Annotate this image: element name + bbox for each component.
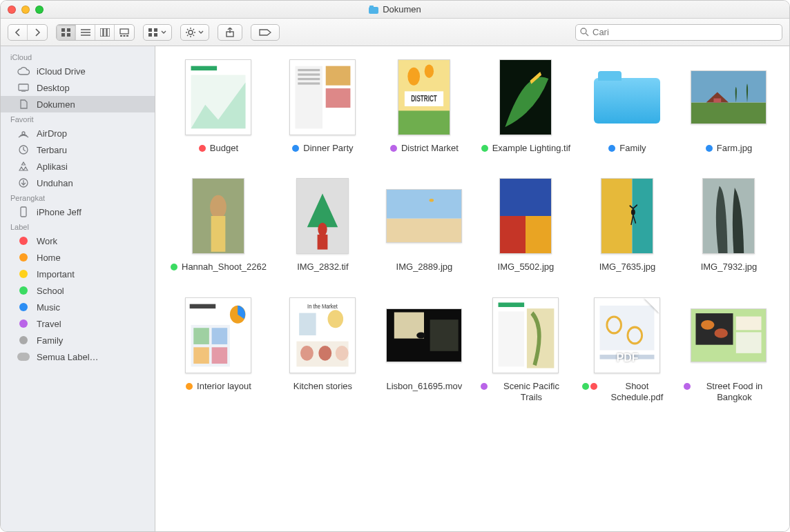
file-tags [481,143,488,152]
file-item[interactable]: Lisbon_61695.mov [379,297,470,404]
share-button[interactable] [218,24,242,41]
forward-button[interactable] [28,25,47,40]
tag-dot-icon [481,145,488,152]
folder-icon [369,6,378,14]
gallery-view-button[interactable] [115,25,134,40]
share-icon [226,28,234,37]
file-name: District Market [401,143,459,154]
tag-icon [259,28,271,37]
svg-line-21 [586,33,588,36]
svg-rect-14 [148,28,152,32]
tag-dot-icon [292,145,299,152]
file-item[interactable]: IMG_5502.jpg [481,177,571,273]
search-field[interactable] [575,24,782,41]
sidebar-tag-important[interactable]: Important [1,266,155,282]
svg-rect-76 [300,313,316,335]
sidebar-tag-music[interactable]: Music [1,299,155,315]
file-item[interactable]: Family [582,59,673,154]
sidebar-item-terbaru[interactable]: Terbaru [1,141,155,158]
svg-rect-0 [61,28,65,32]
file-thumbnail [691,70,767,124]
file-name: Street Food in Bangkok [695,381,774,404]
sidebar-tag-travel[interactable]: Travel [1,315,155,332]
file-thumbnail [499,59,552,135]
file-tags [186,381,193,390]
svg-point-57 [430,199,434,202]
tag-dot-icon [19,237,28,245]
svg-rect-59 [500,216,526,253]
search-input[interactable] [592,27,778,37]
svg-rect-7 [100,28,103,37]
sidebar-item-label: Terbaru [37,145,67,155]
file-item[interactable]: Farm.jpg [684,59,774,154]
svg-rect-61 [601,179,632,253]
file-item[interactable]: DISTRICTDistrict Market [379,59,470,154]
section-head-perangkat: Perangkat [1,191,155,204]
column-view-button[interactable] [95,25,115,40]
file-name: Shoot Schedule.pdf [601,381,673,404]
svg-rect-62 [633,179,653,253]
svg-rect-29 [191,66,218,70]
window-title: Dokumen [383,4,421,14]
svg-rect-99 [736,332,762,353]
icon-view-button[interactable] [57,25,76,40]
file-item[interactable]: Scenic Pacific Trails [481,297,571,404]
svg-rect-95 [696,313,733,345]
sidebar-item-unduhan[interactable]: Unduhan [1,175,155,191]
file-thumbnail: In the Market [289,297,356,373]
group-by-segment[interactable] [143,24,172,41]
file-item[interactable]: Interior layout [171,297,267,404]
svg-rect-16 [148,33,152,37]
back-button[interactable] [8,25,28,40]
file-item[interactable]: Example Lighting.tif [481,59,571,154]
file-item[interactable]: Budget [171,59,267,154]
sidebar-item-label: iPhone Jeff [37,207,81,217]
toolbar [1,19,789,46]
file-item[interactable]: IMG_7932.jpg [684,177,774,273]
file-tags [390,143,397,152]
file-item[interactable]: IMG_2889.jpg [379,177,470,273]
svg-rect-98 [736,316,762,330]
sidebar-item-icloud-drive[interactable]: iCloud Drive [1,63,155,79]
action-menu-button[interactable] [180,24,209,41]
svg-rect-44 [398,110,450,135]
gear-icon [186,28,195,37]
all-tags-icon [19,353,28,361]
file-item[interactable]: Hannah_Shoot_2262 [171,177,267,273]
file-item[interactable]: IMG_7635.jpg [582,177,673,273]
tags-button[interactable] [251,24,280,41]
tag-dot-icon [390,145,397,152]
tag-dot-icon [171,264,177,270]
cloud-icon [17,67,30,75]
sidebar-item-desktop[interactable]: Desktop [1,79,155,96]
file-tags [481,381,488,390]
sidebar-item-aplikasi[interactable]: Aplikasi [1,158,155,175]
sidebar-tag-home[interactable]: Home [1,249,155,266]
sidebar-item-iphone[interactable]: iPhone Jeff [1,204,155,220]
content-area[interactable]: BudgetDinner PartyDISTRICTDistrict Marke… [155,46,789,532]
file-name: Hannah_Shoot_2262 [182,262,267,273]
file-name: Farm.jpg [717,143,752,154]
file-thumbnail [386,308,462,362]
sidebar-item-airdrop[interactable]: AirDrop [1,125,155,141]
file-item[interactable]: PDFShoot Schedule.pdf [582,297,673,404]
file-item[interactable]: Street Food in Bangkok [684,297,774,404]
file-item[interactable]: In the MarketKitchen stories [278,297,368,404]
svg-point-75 [328,310,344,328]
file-thumbnail [289,59,356,135]
file-item[interactable]: IMG_2832.tif [278,177,368,273]
svg-text:In the Market: In the Market [307,303,338,310]
svg-rect-11 [120,35,122,37]
list-view-button[interactable] [76,25,95,40]
svg-point-78 [300,346,314,361]
sidebar-item-dokumen[interactable]: Dokumen [1,96,155,112]
svg-rect-54 [318,235,328,250]
sidebar-tag-work[interactable]: Work [1,233,155,249]
sidebar-tag-school[interactable]: School [1,282,155,299]
svg-rect-55 [387,190,461,219]
sidebar-item-label: Important [37,269,75,279]
file-item[interactable]: Dinner Party [278,59,368,154]
sidebar-tag-family[interactable]: Family [1,332,155,348]
sidebar-all-tags[interactable]: Semua Label… [1,348,155,365]
tag-dot-icon [684,383,691,390]
